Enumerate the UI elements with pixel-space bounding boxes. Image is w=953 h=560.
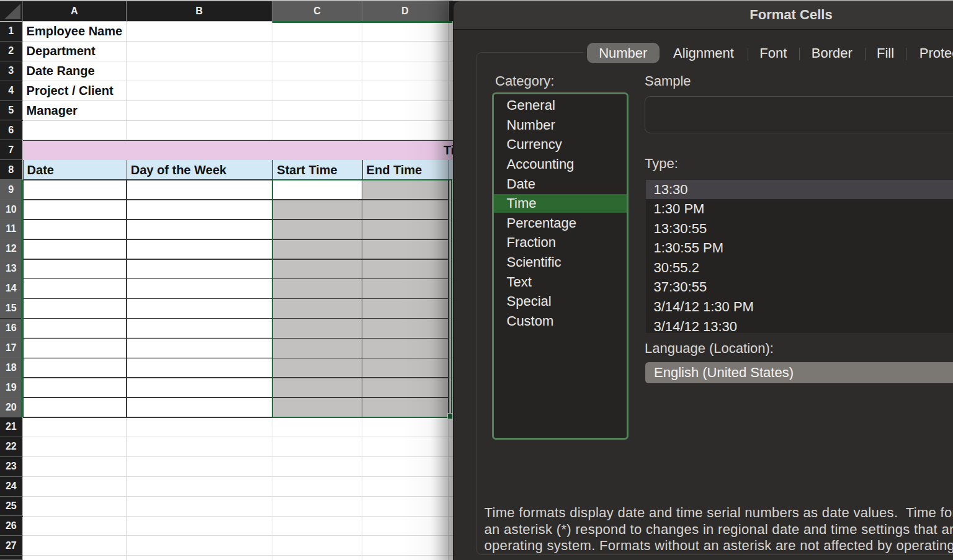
category-item-number[interactable]: Number bbox=[494, 115, 627, 135]
row-header-3[interactable]: 3 bbox=[0, 61, 23, 81]
row-header-partial[interactable] bbox=[0, 556, 23, 560]
table-header-date[interactable]: Date bbox=[23, 160, 127, 180]
row-header-15[interactable]: 15 bbox=[0, 299, 23, 319]
category-item-custom[interactable]: Custom bbox=[494, 311, 627, 331]
category-item-general[interactable]: General bbox=[494, 96, 627, 115]
gridline-h bbox=[23, 535, 478, 536]
table-header-start-time[interactable]: Start Time bbox=[272, 160, 362, 180]
gridline-h bbox=[23, 555, 478, 556]
cell-a5[interactable]: Manager bbox=[27, 101, 78, 121]
type-item[interactable]: 1:30:55 PM bbox=[646, 238, 953, 258]
gridline-h bbox=[23, 496, 478, 497]
gridline-h bbox=[23, 120, 478, 121]
tab-protection[interactable]: Protection bbox=[906, 43, 953, 63]
row-header-8[interactable]: 8 bbox=[0, 160, 23, 180]
table-border-v bbox=[23, 180, 24, 417]
tab-fill[interactable]: Fill bbox=[865, 43, 906, 63]
selection-border bbox=[272, 179, 452, 419]
type-item[interactable]: 13:30:55 bbox=[646, 219, 953, 239]
row-header-21[interactable]: 21 bbox=[0, 417, 23, 437]
cell-a2[interactable]: Department bbox=[27, 42, 96, 61]
selected-rows-accent bbox=[21, 180, 23, 417]
sample-label: Sample bbox=[645, 73, 691, 89]
row-header-16[interactable]: 16 bbox=[0, 319, 23, 339]
selection-fill-handle[interactable] bbox=[447, 413, 454, 420]
row-header-14[interactable]: 14 bbox=[0, 279, 23, 299]
table-border-v bbox=[126, 180, 127, 417]
row-header-1[interactable]: 1 bbox=[0, 22, 23, 42]
type-item[interactable]: 13:30 bbox=[646, 180, 953, 200]
row-header-2[interactable]: 2 bbox=[0, 42, 23, 61]
tab-font[interactable]: Font bbox=[748, 43, 799, 63]
category-item-accounting[interactable]: Accounting bbox=[494, 154, 627, 174]
row-header-18[interactable]: 18 bbox=[0, 358, 23, 378]
tab-alignment[interactable]: Alignment bbox=[660, 43, 748, 63]
category-item-time[interactable]: Time bbox=[494, 194, 627, 213]
row-header-9[interactable]: 9 bbox=[0, 180, 23, 200]
description-line: an asterisk (*) respond to changes in re… bbox=[485, 522, 953, 538]
category-item-percentage[interactable]: Percentage bbox=[494, 213, 627, 233]
dialog-title: Format Cells bbox=[749, 7, 832, 23]
row-header-19[interactable]: 19 bbox=[0, 378, 23, 398]
row-header-10[interactable]: 10 bbox=[0, 200, 23, 220]
type-item[interactable]: 37:30:55 bbox=[646, 277, 953, 297]
row-header-25[interactable]: 25 bbox=[0, 497, 23, 517]
type-item[interactable]: 3/14/12 13:30 bbox=[646, 317, 953, 333]
row-header-12[interactable]: 12 bbox=[0, 239, 23, 259]
gridline-h bbox=[23, 456, 478, 457]
row-header-17[interactable]: 17 bbox=[0, 338, 23, 358]
screen: ABCD 12345678910111213141516171819202122… bbox=[0, 0, 953, 560]
category-item-currency[interactable]: Currency bbox=[494, 135, 627, 154]
category-label: Category: bbox=[495, 73, 554, 89]
category-item-special[interactable]: Special bbox=[494, 291, 627, 311]
cell-a3[interactable]: Date Range bbox=[27, 61, 95, 81]
category-list: GeneralNumberCurrencyAccountingDateTimeP… bbox=[492, 92, 629, 440]
row-header-13[interactable]: 13 bbox=[0, 259, 23, 279]
language-dropdown[interactable]: English (United States) bbox=[645, 362, 953, 383]
row-header-26[interactable]: 26 bbox=[0, 517, 23, 536]
timesheet-title-band: Ti bbox=[23, 140, 478, 161]
type-label: Type: bbox=[645, 156, 678, 171]
row-header-20[interactable]: 20 bbox=[0, 398, 23, 417]
category-item-text[interactable]: Text bbox=[494, 272, 627, 292]
format-cells-dialog: Format Cells NumberAlignmentFontBorderFi… bbox=[453, 1, 953, 560]
gridline-h bbox=[23, 437, 478, 437]
column-header-c[interactable]: C bbox=[272, 1, 362, 22]
row-header-11[interactable]: 11 bbox=[0, 220, 23, 239]
row-header-7[interactable]: 7 bbox=[0, 140, 23, 160]
row-header-6[interactable]: 6 bbox=[0, 121, 23, 141]
tab-number[interactable]: Number bbox=[587, 43, 660, 63]
category-item-scientific[interactable]: Scientific bbox=[494, 252, 627, 272]
row-header-23[interactable]: 23 bbox=[0, 457, 23, 477]
table-header-end-time[interactable]: End Time bbox=[362, 160, 449, 180]
cell-a1[interactable]: Employee Name bbox=[27, 22, 123, 42]
row-header-4[interactable]: 4 bbox=[0, 81, 23, 101]
tab-border[interactable]: Border bbox=[799, 43, 866, 63]
sample-box bbox=[645, 96, 953, 133]
category-item-fraction[interactable]: Fraction bbox=[494, 233, 627, 252]
gridline-h bbox=[23, 516, 478, 517]
tab-separator bbox=[865, 48, 866, 60]
table-header-day-of-the-week[interactable]: Day of the Week bbox=[127, 160, 273, 180]
type-item[interactable]: 30:55.2 bbox=[646, 258, 953, 278]
selected-columns-accent bbox=[272, 21, 452, 23]
spreadsheet: ABCD 12345678910111213141516171819202122… bbox=[0, 0, 478, 560]
column-header-b[interactable]: B bbox=[127, 1, 273, 22]
cell-a4[interactable]: Project / Client bbox=[27, 81, 114, 101]
dialog-titlebar[interactable]: Format Cells bbox=[454, 1, 953, 30]
row-header-5[interactable]: 5 bbox=[0, 101, 23, 121]
row-header-27[interactable]: 27 bbox=[0, 536, 23, 556]
description-line: Time formats display date and time seria… bbox=[485, 505, 953, 522]
select-all-corner[interactable] bbox=[0, 1, 23, 22]
tab-separator bbox=[906, 48, 906, 60]
select-all-triangle-icon bbox=[4, 4, 20, 19]
row-header-24[interactable]: 24 bbox=[0, 477, 23, 497]
tab-bar: NumberAlignmentFontBorderFillProtection bbox=[587, 43, 953, 63]
type-list: 13:301:30 PM13:30:551:30:55 PM30:55.237:… bbox=[646, 180, 953, 334]
column-header-a[interactable]: A bbox=[23, 1, 127, 22]
type-item[interactable]: 3/14/12 1:30 PM bbox=[646, 297, 953, 317]
category-item-date[interactable]: Date bbox=[494, 174, 627, 194]
type-item[interactable]: 1:30 PM bbox=[646, 199, 953, 219]
column-header-d[interactable]: D bbox=[362, 1, 449, 22]
row-header-22[interactable]: 22 bbox=[0, 437, 23, 457]
